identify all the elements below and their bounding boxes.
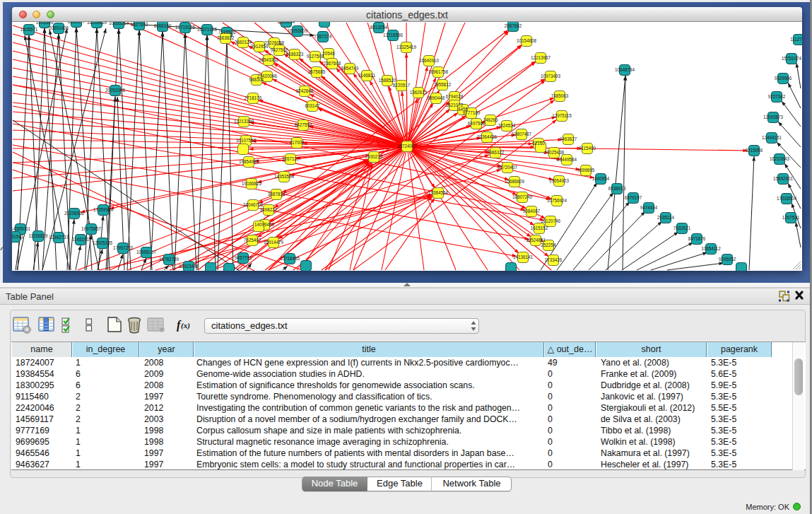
- svg-text:1145191: 1145191: [72, 237, 90, 242]
- svg-text:12505135: 12505135: [93, 240, 113, 245]
- svg-text:12975115: 12975115: [552, 113, 572, 118]
- svg-text:8215956: 8215956: [746, 148, 763, 153]
- svg-text:1112733: 1112733: [790, 37, 802, 42]
- svg-text:8330177: 8330177: [68, 22, 86, 24]
- svg-text:15720407: 15720407: [498, 165, 518, 170]
- svg-text:17957253: 17957253: [113, 245, 134, 250]
- svg-text:1405571: 1405571: [20, 27, 38, 32]
- svg-text:16543362: 16543362: [259, 57, 279, 62]
- svg-text:7357274: 7357274: [314, 34, 332, 39]
- svg-text:8471676: 8471676: [688, 236, 706, 241]
- svg-text:1362615: 1362615: [410, 90, 428, 95]
- svg-text:10107552: 10107552: [236, 138, 257, 143]
- svg-text:16782759: 16782759: [159, 257, 180, 262]
- svg-text:746266: 746266: [483, 117, 498, 122]
- svg-text:9084067: 9084067: [523, 209, 541, 214]
- svg-text:9127508: 9127508: [307, 54, 324, 59]
- svg-text:1527602: 1527602: [131, 22, 148, 27]
- svg-text:19384554: 19384554: [428, 190, 449, 195]
- svg-text:7515526: 7515526: [218, 30, 236, 35]
- svg-text:10756924: 10756924: [547, 198, 567, 203]
- svg-text:13325419: 13325419: [396, 45, 417, 49]
- svg-text:(x): (x): [181, 321, 190, 330]
- svg-text:10686609: 10686609: [505, 179, 525, 184]
- svg-text:10719155: 10719155: [175, 25, 196, 30]
- svg-text:9699695: 9699695: [577, 168, 595, 173]
- svg-text:7663822: 7663822: [217, 35, 235, 40]
- svg-text:12444151: 12444151: [762, 135, 782, 140]
- svg-text:9329966: 9329966: [775, 76, 792, 81]
- svg-text:16961758: 16961758: [428, 69, 449, 74]
- svg-text:15692901: 15692901: [773, 176, 794, 181]
- svg-text:9242848: 9242848: [296, 88, 314, 93]
- svg-text:8220517: 8220517: [393, 83, 411, 88]
- svg-text:9777169: 9777169: [463, 110, 481, 115]
- svg-text:9146821: 9146821: [358, 73, 376, 78]
- svg-text:8813034: 8813034: [278, 22, 295, 24]
- svg-text:19524851: 19524851: [526, 238, 546, 243]
- svg-text:8186323: 8186323: [286, 52, 304, 57]
- svg-text:16039859: 16039859: [87, 22, 107, 25]
- svg-text:12213369: 12213369: [234, 119, 254, 124]
- svg-text:20691406: 20691406: [49, 25, 69, 30]
- svg-text:20206536: 20206536: [64, 211, 85, 216]
- svg-text:20364436: 20364436: [477, 134, 498, 139]
- svg-text:15751074: 15751074: [782, 56, 802, 61]
- svg-text:9474444: 9474444: [640, 205, 658, 210]
- svg-text:3675685: 3675685: [308, 69, 326, 74]
- svg-text:10648784: 10648784: [615, 67, 635, 72]
- svg-text:1267531: 1267531: [782, 215, 800, 220]
- svg-text:6794028: 6794028: [446, 94, 464, 99]
- svg-text:9245052: 9245052: [719, 257, 736, 262]
- svg-text:9115460: 9115460: [579, 146, 596, 151]
- svg-text:1391541: 1391541: [12, 234, 24, 239]
- svg-text:19975857: 19975857: [81, 226, 102, 231]
- svg-text:8454749: 8454749: [341, 66, 359, 71]
- svg-text:19854985: 19854985: [239, 159, 259, 164]
- svg-text:12342737: 12342737: [49, 235, 69, 240]
- svg-text:3887834: 3887834: [268, 192, 286, 197]
- svg-text:11156829: 11156829: [28, 233, 48, 238]
- svg-text:14099459: 14099459: [254, 222, 275, 227]
- svg-text:8427552: 8427552: [295, 122, 312, 127]
- svg-text:6938913: 6938913: [608, 186, 626, 191]
- svg-text:252254: 252254: [541, 243, 556, 247]
- svg-text:12213967: 12213967: [531, 55, 551, 60]
- svg-text:6966160: 6966160: [154, 23, 172, 28]
- svg-text:3824534: 3824534: [498, 123, 516, 128]
- svg-text:2367608: 2367608: [324, 61, 341, 66]
- svg-text:16046706: 16046706: [243, 202, 264, 207]
- svg-text:19654923: 19654923: [549, 178, 570, 183]
- svg-text:10654112: 10654112: [701, 246, 721, 251]
- svg-text:14136141: 14136141: [513, 255, 534, 259]
- svg-text:10025438: 10025438: [544, 150, 565, 155]
- svg-text:20053346: 20053346: [105, 88, 126, 93]
- svg-text:6497508: 6497508: [468, 121, 486, 126]
- svg-text:803147: 803147: [305, 103, 320, 108]
- svg-text:8813054: 8813054: [370, 25, 388, 30]
- svg-text:2718176: 2718176: [245, 95, 262, 100]
- svg-text:15449584: 15449584: [557, 157, 577, 162]
- svg-text:9463627: 9463627: [560, 136, 577, 141]
- svg-text:1440954: 1440954: [592, 176, 610, 181]
- svg-text:14353594: 14353594: [274, 174, 295, 179]
- svg-text:2887682: 2887682: [505, 23, 522, 28]
- svg-text:18724007: 18724007: [397, 144, 418, 148]
- svg-text:988301: 988301: [249, 77, 264, 82]
- svg-text:17359924: 17359924: [93, 207, 114, 212]
- svg-text:417004: 417004: [289, 140, 305, 145]
- svg-text:16914479: 16914479: [264, 240, 284, 245]
- svg-text:10958107: 10958107: [136, 250, 157, 255]
- svg-text:9457791: 9457791: [235, 255, 252, 260]
- svg-text:13218586: 13218586: [383, 33, 404, 37]
- svg-text:17016504: 17016504: [777, 196, 797, 201]
- svg-text:2935114: 2935114: [657, 215, 675, 220]
- svg-text:12923446: 12923446: [179, 264, 199, 269]
- svg-text:16120746: 16120746: [541, 218, 561, 223]
- svg-text:12093873: 12093873: [763, 115, 784, 119]
- svg-text:20546: 20546: [322, 51, 335, 56]
- svg-text:18807249: 18807249: [512, 194, 533, 199]
- svg-text:6879197: 6879197: [625, 195, 642, 200]
- svg-text:14385061: 14385061: [12, 226, 30, 231]
- svg-text:1615152: 1615152: [531, 226, 548, 230]
